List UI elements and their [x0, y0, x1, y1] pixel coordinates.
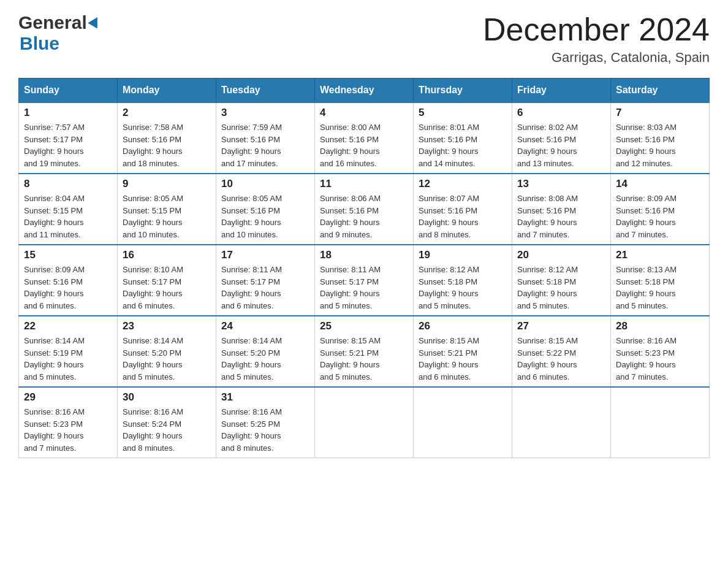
day-number: 13 — [517, 178, 605, 190]
day-number: 31 — [221, 391, 309, 404]
col-wednesday: Wednesday — [315, 79, 414, 103]
day-number: 24 — [221, 320, 309, 332]
day-number: 11 — [320, 178, 408, 190]
day-number: 22 — [24, 320, 112, 332]
day-number: 10 — [221, 178, 309, 190]
day-number: 1 — [24, 107, 112, 119]
day-number: 25 — [320, 320, 408, 332]
calendar-cell: 13Sunrise: 8:08 AMSunset: 5:16 PMDayligh… — [512, 174, 611, 245]
calendar-cell: 6Sunrise: 8:02 AMSunset: 5:16 PMDaylight… — [512, 102, 611, 174]
day-info: Sunrise: 8:00 AMSunset: 5:16 PMDaylight:… — [320, 121, 408, 169]
day-info: Sunrise: 8:04 AMSunset: 5:15 PMDaylight:… — [24, 193, 112, 240]
day-info: Sunrise: 8:16 AMSunset: 5:23 PMDaylight:… — [24, 406, 112, 454]
day-info: Sunrise: 8:06 AMSunset: 5:16 PMDaylight:… — [320, 193, 408, 240]
calendar-cell: 12Sunrise: 8:07 AMSunset: 5:16 PMDayligh… — [414, 174, 512, 245]
day-info: Sunrise: 8:15 AMSunset: 5:21 PMDaylight:… — [320, 335, 408, 383]
calendar-week-3: 15Sunrise: 8:09 AMSunset: 5:16 PMDayligh… — [19, 245, 710, 316]
calendar-cell: 20Sunrise: 8:12 AMSunset: 5:18 PMDayligh… — [512, 245, 611, 316]
day-number: 14 — [616, 178, 704, 190]
day-info: Sunrise: 8:11 AMSunset: 5:17 PMDaylight:… — [320, 264, 408, 312]
day-info: Sunrise: 8:05 AMSunset: 5:16 PMDaylight:… — [221, 193, 309, 240]
calendar-cell: 23Sunrise: 8:14 AMSunset: 5:20 PMDayligh… — [118, 316, 216, 387]
day-number: 21 — [616, 249, 704, 261]
day-info: Sunrise: 8:12 AMSunset: 5:18 PMDaylight:… — [419, 264, 507, 312]
day-number: 26 — [419, 320, 507, 332]
day-number: 30 — [123, 391, 211, 404]
day-number: 17 — [221, 249, 309, 261]
col-tuesday: Tuesday — [216, 79, 315, 103]
calendar-cell: 29Sunrise: 8:16 AMSunset: 5:23 PMDayligh… — [19, 387, 118, 458]
calendar-cell: 15Sunrise: 8:09 AMSunset: 5:16 PMDayligh… — [19, 245, 118, 316]
day-number: 20 — [517, 249, 605, 261]
day-number: 23 — [123, 320, 211, 332]
day-info: Sunrise: 8:08 AMSunset: 5:16 PMDaylight:… — [517, 193, 605, 240]
day-number: 29 — [24, 391, 112, 404]
col-monday: Monday — [118, 79, 216, 103]
day-info: Sunrise: 8:15 AMSunset: 5:21 PMDaylight:… — [419, 335, 507, 383]
day-number: 6 — [517, 107, 605, 119]
day-info: Sunrise: 8:16 AMSunset: 5:24 PMDaylight:… — [123, 406, 211, 454]
calendar-cell — [611, 387, 710, 458]
day-number: 8 — [24, 178, 112, 190]
calendar-cell: 31Sunrise: 8:16 AMSunset: 5:25 PMDayligh… — [216, 387, 315, 458]
calendar-cell — [414, 387, 512, 458]
calendar-cell: 27Sunrise: 8:15 AMSunset: 5:22 PMDayligh… — [512, 316, 611, 387]
calendar-cell: 30Sunrise: 8:16 AMSunset: 5:24 PMDayligh… — [118, 387, 216, 458]
calendar-cell: 10Sunrise: 8:05 AMSunset: 5:16 PMDayligh… — [216, 174, 315, 245]
calendar-cell: 9Sunrise: 8:05 AMSunset: 5:15 PMDaylight… — [118, 174, 216, 245]
col-thursday: Thursday — [414, 79, 512, 103]
day-number: 12 — [419, 178, 507, 190]
calendar-cell: 3Sunrise: 7:59 AMSunset: 5:16 PMDaylight… — [216, 102, 315, 174]
day-info: Sunrise: 8:05 AMSunset: 5:15 PMDaylight:… — [123, 193, 211, 240]
day-number: 7 — [616, 107, 704, 119]
page-header: General Blue December 2024 Garrigas, Cat… — [18, 12, 710, 66]
day-number: 5 — [419, 107, 507, 119]
day-number: 27 — [517, 320, 605, 332]
calendar-body: 1Sunrise: 7:57 AMSunset: 5:17 PMDaylight… — [19, 102, 710, 458]
location: Garrigas, Catalonia, Spain — [483, 50, 710, 66]
calendar-week-1: 1Sunrise: 7:57 AMSunset: 5:17 PMDaylight… — [19, 102, 710, 174]
calendar-cell: 28Sunrise: 8:16 AMSunset: 5:23 PMDayligh… — [611, 316, 710, 387]
calendar-cell: 17Sunrise: 8:11 AMSunset: 5:17 PMDayligh… — [216, 245, 315, 316]
calendar-cell: 11Sunrise: 8:06 AMSunset: 5:16 PMDayligh… — [315, 174, 414, 245]
calendar-cell: 24Sunrise: 8:14 AMSunset: 5:20 PMDayligh… — [216, 316, 315, 387]
day-info: Sunrise: 8:16 AMSunset: 5:23 PMDaylight:… — [616, 335, 704, 383]
calendar-cell: 22Sunrise: 8:14 AMSunset: 5:19 PMDayligh… — [19, 316, 118, 387]
day-number: 18 — [320, 249, 408, 261]
calendar-cell: 25Sunrise: 8:15 AMSunset: 5:21 PMDayligh… — [315, 316, 414, 387]
title-section: December 2024 Garrigas, Catalonia, Spain — [483, 12, 710, 66]
logo-blue: Blue — [20, 33, 100, 54]
day-info: Sunrise: 7:58 AMSunset: 5:16 PMDaylight:… — [123, 121, 211, 169]
logo-general: General — [18, 12, 100, 33]
calendar-week-5: 29Sunrise: 8:16 AMSunset: 5:23 PMDayligh… — [19, 387, 710, 458]
header-row: Sunday Monday Tuesday Wednesday Thursday… — [19, 79, 710, 103]
day-info: Sunrise: 8:16 AMSunset: 5:25 PMDaylight:… — [221, 406, 309, 454]
calendar-table: Sunday Monday Tuesday Wednesday Thursday… — [18, 78, 710, 458]
month-title: December 2024 — [483, 12, 710, 47]
day-info: Sunrise: 8:12 AMSunset: 5:18 PMDaylight:… — [517, 264, 605, 312]
calendar-cell: 14Sunrise: 8:09 AMSunset: 5:16 PMDayligh… — [611, 174, 710, 245]
day-number: 28 — [616, 320, 704, 332]
calendar-cell: 7Sunrise: 8:03 AMSunset: 5:16 PMDaylight… — [611, 102, 710, 174]
calendar-cell: 1Sunrise: 7:57 AMSunset: 5:17 PMDaylight… — [19, 102, 118, 174]
col-sunday: Sunday — [19, 79, 118, 103]
day-number: 15 — [24, 249, 112, 261]
day-info: Sunrise: 7:59 AMSunset: 5:16 PMDaylight:… — [221, 121, 309, 169]
logo-triangle-icon — [88, 15, 102, 29]
calendar-cell: 18Sunrise: 8:11 AMSunset: 5:17 PMDayligh… — [315, 245, 414, 316]
day-info: Sunrise: 8:13 AMSunset: 5:18 PMDaylight:… — [616, 264, 704, 312]
day-info: Sunrise: 8:09 AMSunset: 5:16 PMDaylight:… — [24, 264, 112, 312]
day-info: Sunrise: 8:14 AMSunset: 5:20 PMDaylight:… — [221, 335, 309, 383]
day-info: Sunrise: 8:15 AMSunset: 5:22 PMDaylight:… — [517, 335, 605, 383]
day-info: Sunrise: 8:14 AMSunset: 5:20 PMDaylight:… — [123, 335, 211, 383]
calendar-week-2: 8Sunrise: 8:04 AMSunset: 5:15 PMDaylight… — [19, 174, 710, 245]
calendar-week-4: 22Sunrise: 8:14 AMSunset: 5:19 PMDayligh… — [19, 316, 710, 387]
calendar-cell: 4Sunrise: 8:00 AMSunset: 5:16 PMDaylight… — [315, 102, 414, 174]
calendar-cell: 21Sunrise: 8:13 AMSunset: 5:18 PMDayligh… — [611, 245, 710, 316]
calendar-cell: 2Sunrise: 7:58 AMSunset: 5:16 PMDaylight… — [118, 102, 216, 174]
day-number: 9 — [123, 178, 211, 190]
day-info: Sunrise: 8:14 AMSunset: 5:19 PMDaylight:… — [24, 335, 112, 383]
day-number: 16 — [123, 249, 211, 261]
col-friday: Friday — [512, 79, 611, 103]
calendar-header: Sunday Monday Tuesday Wednesday Thursday… — [19, 79, 710, 103]
